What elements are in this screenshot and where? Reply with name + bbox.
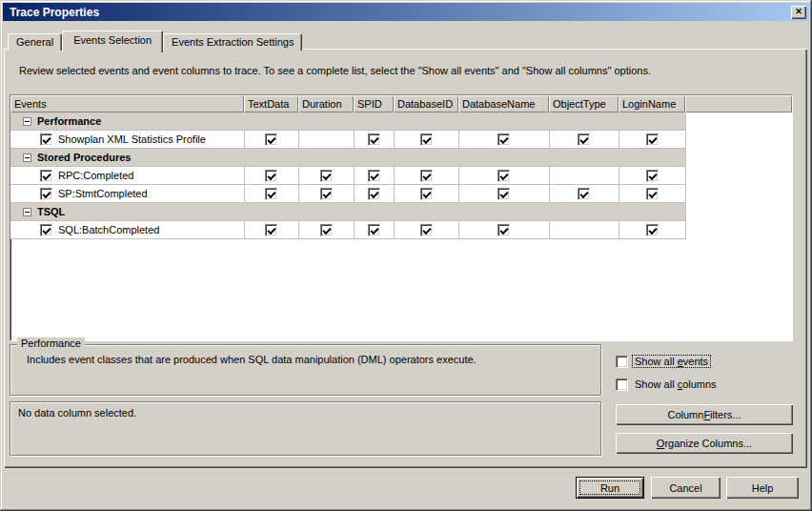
show-all-columns-checkbox[interactable]: [616, 378, 628, 391]
column-checkbox[interactable]: [320, 224, 333, 236]
column-checkbox[interactable]: [320, 188, 333, 200]
row-filler: [685, 167, 792, 185]
column-checkbox[interactable]: [578, 133, 590, 146]
column-checkbox[interactable]: [265, 133, 277, 146]
column-checkbox[interactable]: [368, 133, 380, 146]
column-checkbox-cell[interactable]: [244, 167, 298, 185]
collapse-icon[interactable]: [23, 208, 31, 216]
collapse-icon[interactable]: [23, 117, 31, 126]
run-button-label: Run: [600, 482, 619, 494]
organize-columns-button[interactable]: Organize Columns...: [616, 433, 793, 454]
column-checkbox-cell[interactable]: [394, 167, 458, 185]
column-checkbox[interactable]: [497, 188, 510, 200]
column-checkbox-cell[interactable]: [298, 167, 354, 185]
column-checkbox-cell[interactable]: [354, 167, 394, 185]
column-header-objecttype[interactable]: ObjectType: [549, 95, 619, 112]
show-all-columns-option[interactable]: Show all columns: [616, 378, 719, 391]
close-button[interactable]: ✕: [791, 6, 806, 19]
column-checkbox[interactable]: [368, 170, 380, 182]
column-checkbox-cell[interactable]: [354, 185, 394, 203]
column-description-text: No data column selected.: [18, 407, 591, 419]
collapse-icon[interactable]: [23, 153, 31, 162]
column-checkbox-cell[interactable]: [394, 131, 458, 149]
column-checkbox[interactable]: [420, 224, 433, 236]
event-label[interactable]: RPC:Completed: [58, 170, 133, 181]
event-checkbox[interactable]: [40, 133, 52, 146]
column-checkbox-cell[interactable]: [458, 167, 549, 185]
show-all-events-checkbox[interactable]: [616, 356, 628, 368]
column-checkbox[interactable]: [265, 188, 277, 200]
column-checkbox[interactable]: [265, 170, 277, 182]
column-checkbox-cell[interactable]: [549, 131, 619, 149]
column-checkbox-cell[interactable]: [244, 221, 298, 239]
column-checkbox-cell[interactable]: [354, 221, 394, 239]
run-button[interactable]: Run: [576, 477, 644, 499]
column-checkbox[interactable]: [420, 188, 433, 200]
column-checkbox-cell[interactable]: [298, 221, 354, 239]
column-checkbox-cell[interactable]: [619, 167, 685, 185]
column-header-textdata[interactable]: TextData: [244, 95, 298, 112]
column-checkbox-cell[interactable]: [619, 221, 685, 239]
column-checkbox[interactable]: [646, 133, 659, 146]
help-button[interactable]: Help: [726, 477, 799, 499]
column-checkbox-cell[interactable]: [458, 131, 549, 149]
event-checkbox[interactable]: [40, 170, 52, 182]
event-name-cell[interactable]: SP:StmtCompleted: [10, 185, 244, 203]
column-checkbox[interactable]: [368, 188, 380, 200]
event-checkbox[interactable]: [40, 224, 52, 236]
column-checkbox-cell[interactable]: [549, 167, 619, 185]
show-all-events-label[interactable]: Show all events: [633, 356, 710, 367]
column-checkbox[interactable]: [646, 188, 659, 200]
column-checkbox-cell[interactable]: [394, 185, 458, 203]
column-checkbox-cell[interactable]: [619, 131, 685, 149]
column-checkbox[interactable]: [497, 170, 510, 182]
column-header-duration[interactable]: Duration: [298, 95, 354, 112]
show-all-events-option[interactable]: Show all events: [616, 355, 710, 368]
column-checkbox-cell[interactable]: [549, 221, 619, 239]
event-name-cell[interactable]: RPC:Completed: [10, 167, 244, 185]
column-checkbox-cell[interactable]: [458, 185, 549, 203]
event-checkbox[interactable]: [40, 188, 52, 200]
column-checkbox-cell[interactable]: [458, 221, 549, 239]
column-checkbox-cell[interactable]: [354, 131, 394, 149]
event-label[interactable]: SP:StmtCompleted: [58, 188, 148, 199]
event-name-cell[interactable]: Showplan XML Statistics Profile: [10, 131, 244, 149]
column-checkbox-cell[interactable]: [244, 131, 298, 149]
event-label[interactable]: Showplan XML Statistics Profile: [58, 133, 206, 145]
column-checkbox[interactable]: [320, 170, 333, 182]
column-checkbox-cell[interactable]: [298, 185, 354, 203]
column-checkbox[interactable]: [646, 170, 659, 182]
column-checkbox-cell[interactable]: [619, 185, 685, 203]
column-header-events[interactable]: Events: [10, 95, 244, 112]
category-cell[interactable]: Stored Procedures: [10, 149, 685, 167]
tab-general[interactable]: General: [8, 33, 62, 51]
column-checkbox-cell[interactable]: [549, 185, 619, 203]
event-label[interactable]: SQL:BatchCompleted: [58, 224, 159, 235]
column-checkbox[interactable]: [420, 133, 433, 146]
column-checkbox-cell[interactable]: [394, 221, 458, 239]
column-checkbox[interactable]: [646, 224, 659, 236]
column-filters-button[interactable]: Column Filters...: [616, 404, 793, 425]
column-checkbox[interactable]: [578, 188, 590, 200]
column-header-loginname[interactable]: LoginName: [619, 95, 685, 112]
category-cell[interactable]: Performance: [10, 112, 685, 131]
column-header-databasename[interactable]: DatabaseName: [458, 95, 549, 112]
title-bar[interactable]: Trace Properties ✕: [3, 3, 809, 21]
column-checkbox[interactable]: [497, 133, 510, 146]
column-header-databaseid[interactable]: DatabaseID: [394, 95, 458, 112]
column-checkbox-cell[interactable]: [298, 131, 354, 149]
event-row: SP:StmtCompleted: [10, 185, 792, 203]
column-checkbox[interactable]: [497, 224, 510, 236]
column-checkbox[interactable]: [420, 170, 433, 182]
column-checkbox[interactable]: [265, 224, 277, 236]
show-all-columns-label[interactable]: Show all columns: [633, 378, 719, 390]
cancel-button[interactable]: Cancel: [651, 477, 721, 499]
category-cell[interactable]: TSQL: [10, 203, 685, 221]
tab-events-selection[interactable]: Events Selection: [62, 31, 163, 52]
column-checkbox-cell[interactable]: [244, 185, 298, 203]
events-grid[interactable]: EventsTextDataDurationSPIDDatabaseIDData…: [10, 94, 793, 341]
tab-events-extraction-settings[interactable]: Events Extraction Settings: [163, 33, 302, 51]
column-checkbox[interactable]: [368, 224, 380, 236]
column-header-spid[interactable]: SPID: [354, 95, 394, 112]
event-name-cell[interactable]: SQL:BatchCompleted: [10, 221, 244, 239]
